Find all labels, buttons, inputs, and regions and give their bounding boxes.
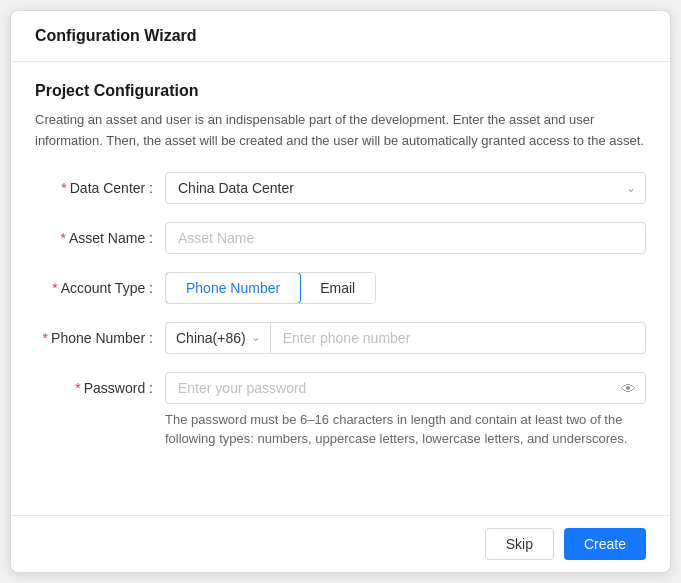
password-input[interactable] bbox=[165, 372, 646, 404]
section-description: Creating an asset and user is an indispe… bbox=[35, 110, 646, 152]
asset-name-control bbox=[165, 222, 646, 254]
password-hint: The password must be 6–16 characters in … bbox=[35, 410, 646, 449]
asset-name-input[interactable] bbox=[165, 222, 646, 254]
configuration-wizard-dialog: Configuration Wizard Project Configurati… bbox=[10, 10, 671, 573]
dialog-body: Project Configuration Creating an asset … bbox=[11, 62, 670, 515]
required-star: * bbox=[43, 330, 48, 346]
account-type-row: *Account Type : Phone Number Email bbox=[35, 272, 646, 304]
account-type-label: *Account Type : bbox=[35, 280, 165, 296]
password-row: *Password : 👁︎ bbox=[35, 372, 646, 404]
required-star: * bbox=[61, 180, 66, 196]
required-star: * bbox=[61, 230, 66, 246]
data-center-row: *Data Center : China Data Center US Data… bbox=[35, 172, 646, 204]
chevron-down-icon: ⌄ bbox=[251, 331, 260, 344]
account-type-email-button[interactable]: Email bbox=[300, 273, 375, 303]
data-center-select[interactable]: China Data Center US Data Center EU Data… bbox=[165, 172, 646, 204]
dialog-footer: Skip Create bbox=[11, 515, 670, 572]
required-star: * bbox=[75, 380, 80, 396]
eye-off-icon[interactable]: 👁︎ bbox=[621, 379, 636, 396]
phone-input-row: China(+86) ⌄ bbox=[165, 322, 646, 354]
dialog-title: Configuration Wizard bbox=[35, 27, 197, 44]
phone-country-selector[interactable]: China(+86) ⌄ bbox=[165, 322, 270, 354]
phone-country-label: China(+86) bbox=[176, 330, 246, 346]
skip-button[interactable]: Skip bbox=[485, 528, 554, 560]
section-title: Project Configuration bbox=[35, 82, 646, 100]
data-center-label: *Data Center : bbox=[35, 180, 165, 196]
account-type-button-group: Phone Number Email bbox=[165, 272, 376, 304]
asset-name-row: *Asset Name : bbox=[35, 222, 646, 254]
phone-number-control: China(+86) ⌄ bbox=[165, 322, 646, 354]
data-center-select-wrapper: China Data Center US Data Center EU Data… bbox=[165, 172, 646, 204]
asset-name-label: *Asset Name : bbox=[35, 230, 165, 246]
account-type-phone-button[interactable]: Phone Number bbox=[165, 272, 301, 304]
phone-number-row: *Phone Number : China(+86) ⌄ bbox=[35, 322, 646, 354]
phone-number-input[interactable] bbox=[270, 322, 646, 354]
password-control: 👁︎ bbox=[165, 372, 646, 404]
required-star: * bbox=[52, 280, 57, 296]
dialog-header: Configuration Wizard bbox=[11, 11, 670, 62]
password-label: *Password : bbox=[35, 372, 165, 396]
phone-number-label: *Phone Number : bbox=[35, 330, 165, 346]
create-button[interactable]: Create bbox=[564, 528, 646, 560]
account-type-control: Phone Number Email bbox=[165, 272, 646, 304]
password-wrapper: 👁︎ bbox=[165, 372, 646, 404]
